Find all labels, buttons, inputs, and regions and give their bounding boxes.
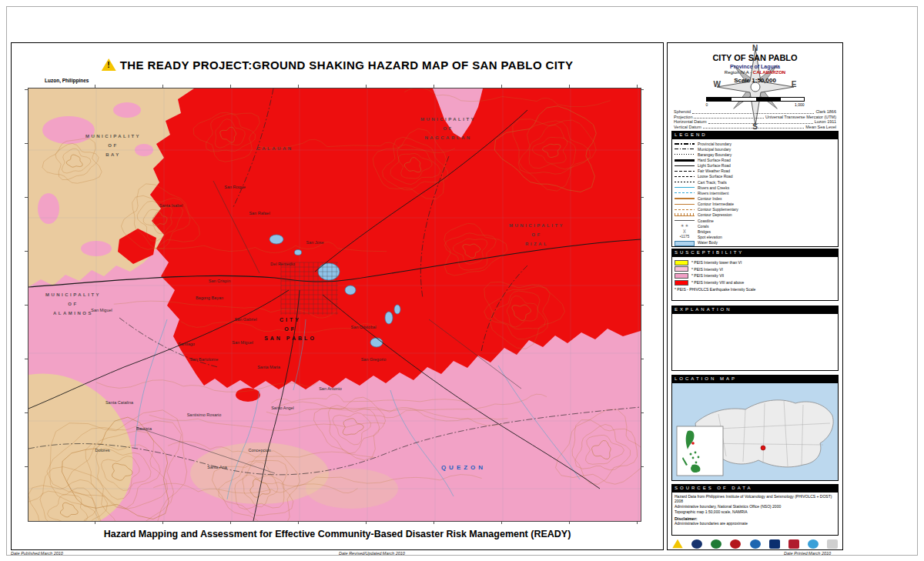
partner-logos xyxy=(672,539,838,549)
map-label: Santiago xyxy=(178,342,195,346)
region-name: CALABARZON xyxy=(753,70,785,75)
panel-titles: CITY OF SAN PABLO Province of Laguna Reg… xyxy=(668,53,842,84)
panel-region: Region IV-A - CALABARZON xyxy=(668,70,842,75)
map-label: MUNICIPALITY xyxy=(45,292,101,297)
partner-logo-9 xyxy=(827,539,838,549)
legend-item-label: Barangay Boundary xyxy=(698,152,732,157)
legend-item: Contour Intermediate xyxy=(675,202,835,207)
dotted-leader xyxy=(708,123,813,124)
legend-symbol xyxy=(675,146,695,152)
legend-item-label: Hard Surface Road xyxy=(698,158,731,162)
map-label: NAGCARLAN xyxy=(424,135,471,140)
disclaimer-text: Administrative boundaries are approximat… xyxy=(675,521,835,526)
panel-province: Province of Laguna xyxy=(668,64,842,69)
partner-logo-4 xyxy=(730,539,741,549)
map-label: OF xyxy=(284,326,296,332)
map-label: MUNICIPALITY xyxy=(85,134,141,139)
map-label: Santa Isabel xyxy=(159,203,183,208)
legend-item-label: Coastline xyxy=(698,219,714,223)
legend-symbol xyxy=(675,152,695,157)
susceptibility-item: * PEIS Intensity VI xyxy=(675,266,835,273)
legend-item: ✳ ✳ Corals xyxy=(675,223,835,229)
hazard-map: MUNICIPALITYOFBAYCALAUANMUNICIPALITYOFNA… xyxy=(28,88,641,522)
legend-symbol-text: •1175 xyxy=(675,234,695,239)
legend-item: Rivers and Creeks xyxy=(675,185,835,190)
map-label: Santo Angel xyxy=(271,406,294,410)
location-map-box xyxy=(671,382,839,481)
datum-list: Spheroid Clark 1866 Projection Universal… xyxy=(674,109,836,129)
legend-item: Hard Surface Road xyxy=(675,157,835,162)
map-caption: Hazard Mapping and Assessment for Effect… xyxy=(12,529,663,539)
scale-bar: 0 1,000 xyxy=(706,97,805,107)
partner-logo-7 xyxy=(788,539,799,549)
warning-exclamation: ! xyxy=(107,61,110,69)
legend-item-label: Rivers and Creeks xyxy=(698,185,729,190)
scale-min: 0 xyxy=(706,102,708,107)
date-printed: Date Printed:March 2010 xyxy=(784,551,831,556)
map-label: BAY xyxy=(105,152,121,157)
legend-item: Contour Supplementary xyxy=(675,207,835,212)
map-label: CITY xyxy=(280,317,301,322)
datum-row: Projection Universal Transverse Mercator… xyxy=(674,115,836,120)
map-label: San Antonio xyxy=(319,386,342,391)
explanation-box xyxy=(671,313,839,371)
legend-item: Barangay Boundary xyxy=(675,152,835,157)
source-line: Topographic map 1:50,000 scale, NAMRIA xyxy=(675,509,835,514)
sources-box: Hazard Data from Philippines Institute o… xyxy=(671,492,839,536)
page-title: !THE READY PROJECT:GROUND SHAKING HAZARD… xyxy=(12,58,663,72)
legend-item-label: Spot elevation xyxy=(698,235,722,239)
map-label: SAN PABLO xyxy=(264,336,316,341)
legend-symbol xyxy=(675,163,695,169)
legend-item: Water Body xyxy=(675,240,835,245)
peis-note: * PEIS - PHIVOLCS Earthquake Intensity S… xyxy=(675,287,835,292)
legend-item-label: Rivers intermittent xyxy=(698,191,728,195)
susceptibility-item: * PEIS Intensity lower than VI xyxy=(675,259,835,266)
legend-symbol xyxy=(675,157,695,162)
legend-symbol-text: ✳ ✳ xyxy=(675,223,695,229)
datum-label: Projection xyxy=(674,115,692,120)
legend-item-label: Contour Supplementary xyxy=(698,207,738,212)
source-line: Hazard Data from Philippines Institute o… xyxy=(675,494,835,503)
map-label: Santisimo Rosario xyxy=(187,412,222,417)
susceptibility-item: * PEIS Intensity VII xyxy=(675,272,835,279)
legend-item: )( Bridges xyxy=(675,229,835,234)
map-sheet: !THE READY PROJECT:GROUND SHAKING HAZARD… xyxy=(0,0,924,561)
source-line: Administrative boundary, National Statis… xyxy=(675,504,835,509)
legend-box: Provincial boundary Municipal boundary B… xyxy=(671,139,839,247)
partner-logo-5 xyxy=(750,539,761,549)
legend-item: Loose Surface Road xyxy=(675,174,835,179)
legend-symbol xyxy=(675,240,695,245)
legend-symbol xyxy=(675,207,695,212)
map-labels: MUNICIPALITYOFBAYCALAUANMUNICIPALITYOFNA… xyxy=(28,88,641,521)
map-label: Bautista xyxy=(136,426,152,431)
map-label: CALAUAN xyxy=(256,146,293,151)
legend-symbol xyxy=(675,179,695,185)
explanation-header: EXPLANATION xyxy=(671,306,839,313)
legend-header: LEGEND xyxy=(671,131,839,139)
legend-item: Rivers intermittent xyxy=(675,190,835,195)
datum-value: Luzon 1911 xyxy=(815,119,836,125)
susceptibility-label: * PEIS Intensity VIII and above xyxy=(691,280,744,285)
dotted-leader xyxy=(692,113,814,114)
legend-symbol xyxy=(675,195,695,201)
region-prefix: Region IV-A - xyxy=(725,70,752,75)
legend-item: •1175 Spot elevation xyxy=(675,234,835,239)
datum-value: Mean Sea Level xyxy=(805,125,836,130)
susceptibility-box: * PEIS Intensity lower than VI * PEIS In… xyxy=(671,256,839,301)
panel-city-title: CITY OF SAN PABLO xyxy=(668,53,842,62)
partner-logo-6 xyxy=(769,539,780,549)
partner-logo-2 xyxy=(691,539,702,549)
susceptibility-label: * PEIS Intensity VII xyxy=(691,273,724,278)
warning-triangle-icon: ! xyxy=(102,58,116,71)
legend-symbol xyxy=(675,218,695,223)
map-label: San Gabriel xyxy=(234,317,256,322)
susceptibility-swatch xyxy=(675,280,688,286)
map-label: San Rafael xyxy=(249,211,270,215)
datum-row: Spheroid Clark 1866 xyxy=(674,109,836,115)
map-label: San Bartolome xyxy=(190,357,218,362)
map-label: San Gregorio xyxy=(361,357,387,362)
location-map-graphic xyxy=(672,383,838,480)
legend-item: Municipal boundary xyxy=(675,146,835,152)
san-pablo-marker xyxy=(761,446,765,450)
map-label: San Cristobal xyxy=(350,325,376,329)
